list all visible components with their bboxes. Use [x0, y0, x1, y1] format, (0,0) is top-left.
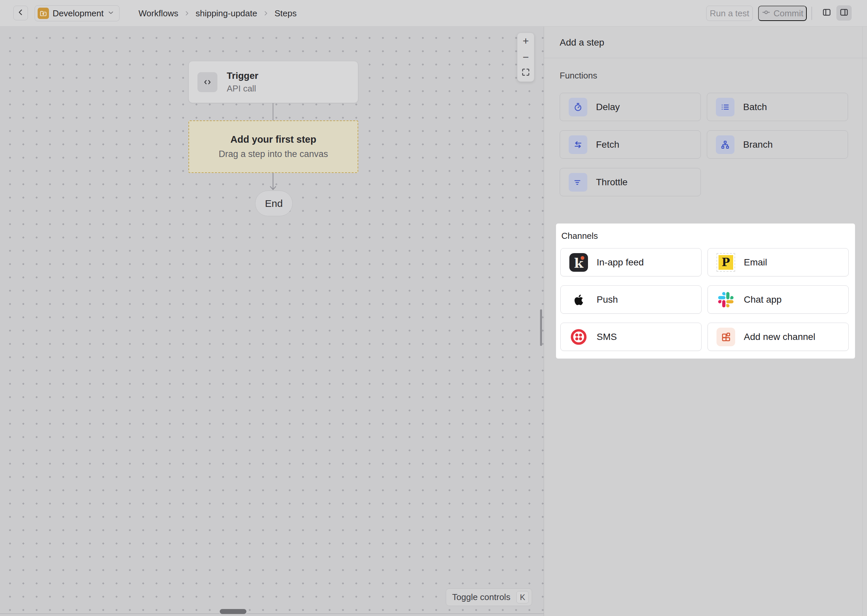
channel-email[interactable]: P Email [708, 248, 849, 277]
trigger-node[interactable]: Trigger API call [188, 61, 358, 103]
sidebar-title: Add a step [560, 37, 604, 48]
knock-logo-icon: k [569, 253, 588, 272]
trigger-node-title: Trigger [227, 71, 259, 81]
chevron-right-icon [262, 10, 269, 17]
list-icon [716, 98, 735, 116]
slack-logo-icon [717, 291, 735, 309]
toggle-controls-label: Toggle controls [452, 592, 511, 602]
function-branch[interactable]: Branch [707, 130, 848, 159]
channels-grid: k In-app feed P Email [560, 248, 849, 351]
channel-label: Push [597, 294, 618, 305]
sidebar-scroll-track [862, 27, 863, 616]
zoom-in-button[interactable]: + [517, 33, 534, 49]
breadcrumb-workflow-name[interactable]: shipping-update [195, 8, 257, 19]
stopwatch-icon [569, 98, 587, 116]
run-test-button[interactable]: Run a test [706, 6, 753, 21]
twilio-logo-icon [569, 328, 588, 346]
channels-section-label: Channels [561, 231, 598, 241]
function-label: Delay [596, 102, 620, 112]
function-delay[interactable]: Delay [560, 93, 701, 121]
channel-label: SMS [597, 332, 617, 342]
canvas-horizontal-scrollbar[interactable] [220, 609, 246, 614]
canvas-vertical-scrollbar[interactable] [540, 310, 542, 346]
toggle-right-panel-button[interactable] [836, 5, 852, 20]
shortcut-key-badge: K [516, 591, 529, 603]
swap-arrows-icon [569, 135, 587, 154]
workflow-editor-app: Development Workflows shipping-update St… [0, 0, 867, 616]
breadcrumb-steps: Steps [274, 8, 297, 19]
commit-button[interactable]: Commit [758, 6, 807, 21]
dropzone-subtitle: Drag a step into the canvas [219, 149, 328, 159]
panel-right-icon [839, 7, 849, 19]
edge-trigger-to-placeholder [273, 103, 273, 120]
postmark-logo-icon: P [717, 253, 735, 272]
chevron-left-icon [16, 8, 25, 18]
channel-sms[interactable]: SMS [560, 323, 701, 351]
panel-left-icon [822, 7, 832, 19]
hierarchy-icon [716, 135, 735, 154]
add-first-step-dropzone[interactable]: Add your first step Drag a step into the… [188, 120, 358, 173]
channels-spotlight-panel: Channels k In-app feed P [556, 223, 855, 358]
apple-logo-icon [569, 291, 588, 309]
channel-label: Chat app [744, 294, 782, 305]
git-commit-icon [761, 8, 771, 19]
function-label: Batch [743, 102, 767, 112]
end-node-label: End [265, 198, 283, 209]
channel-chat-app[interactable]: Chat app [708, 285, 849, 314]
code-icon [197, 72, 218, 92]
function-batch[interactable]: Batch [707, 93, 848, 121]
breadcrumb: Workflows shipping-update Steps [139, 0, 297, 27]
commit-label: Commit [774, 8, 803, 19]
folder-lock-icon [38, 8, 49, 19]
channel-in-app-feed[interactable]: k In-app feed [560, 248, 701, 277]
end-node[interactable]: End [255, 190, 293, 216]
environment-selector[interactable]: Development [35, 5, 120, 21]
chevron-right-icon [183, 10, 190, 17]
canvas-horizontal-scroll-track [0, 613, 544, 614]
function-fetch[interactable]: Fetch [560, 130, 701, 159]
channel-label: In-app feed [597, 257, 644, 268]
channel-add-new[interactable]: Add new channel [708, 323, 849, 351]
zoom-out-button[interactable]: − [517, 49, 534, 66]
postmark-monogram: P [722, 256, 730, 269]
dropzone-title: Add your first step [230, 134, 316, 145]
edge-placeholder-to-end [268, 173, 278, 192]
fit-view-icon [521, 67, 530, 80]
zoom-controls: + − [517, 33, 534, 82]
channel-label: Email [744, 257, 767, 268]
topbar: Development Workflows shipping-update St… [0, 0, 867, 27]
back-button[interactable] [13, 6, 28, 20]
toggle-controls-button[interactable]: Toggle controls K [446, 588, 532, 606]
add-step-sidebar: Add a step Functions Delay Batch Fetch [544, 27, 867, 616]
function-label: Branch [743, 139, 773, 150]
workflow-canvas[interactable]: Trigger API call Add your first step Dra… [0, 27, 544, 616]
function-label: Throttle [596, 177, 627, 188]
blocks-icon [717, 328, 735, 346]
functions-grid: Delay Batch Fetch Branch [560, 93, 848, 196]
breadcrumb-workflows[interactable]: Workflows [139, 8, 178, 19]
function-label: Fetch [596, 139, 619, 150]
trigger-node-subtitle: API call [227, 83, 259, 94]
function-throttle[interactable]: Throttle [560, 168, 701, 196]
knock-dot [581, 256, 584, 260]
environment-label: Development [53, 8, 104, 19]
chevron-down-icon [107, 9, 115, 17]
channel-push[interactable]: Push [560, 285, 701, 314]
fit-view-button[interactable] [517, 65, 534, 82]
throttle-lines-icon [569, 173, 587, 192]
functions-section-label: Functions [560, 71, 597, 81]
topbar-divider [812, 7, 812, 20]
toggle-left-panel-button[interactable] [819, 5, 834, 20]
channel-label: Add new channel [744, 332, 815, 342]
